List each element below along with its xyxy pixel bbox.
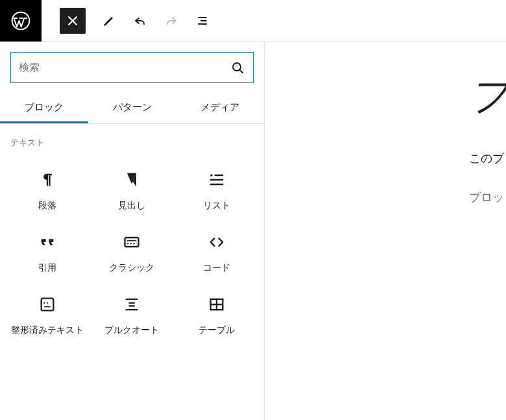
svg-point-5: [43, 303, 45, 304]
inserter-tabs: ブロック パターン メディア: [0, 93, 264, 124]
block-label: クラシック: [109, 262, 154, 273]
search-box[interactable]: [10, 52, 254, 83]
wordpress-logo[interactable]: [0, 0, 42, 42]
top-toolbar: [0, 0, 506, 42]
search-icon: [230, 60, 245, 75]
block-label: リスト: [203, 199, 230, 211]
classic-icon: [123, 233, 141, 251]
block-label: 見出し: [118, 199, 145, 211]
block-label: テーブル: [199, 324, 235, 336]
category-text: テキスト: [0, 124, 264, 154]
document-outline-button[interactable]: [189, 8, 215, 34]
svg-point-1: [233, 63, 241, 71]
block-pullquote[interactable]: プルクオート: [90, 284, 174, 346]
block-paragraph[interactable]: 段落: [5, 159, 90, 221]
svg-point-2: [210, 174, 213, 177]
block-code[interactable]: コード: [175, 221, 259, 284]
block-inserter-panel: ブロック パターン メディア テキスト 段落 見出し リスト 引用: [0, 42, 265, 420]
block-label: 整形済みテキスト: [11, 324, 84, 336]
svg-rect-4: [42, 299, 54, 311]
block-label: 引用: [38, 262, 56, 273]
block-grid: 段落 見出し リスト 引用 クラシック コード: [0, 154, 264, 352]
block-list[interactable]: リスト: [175, 159, 259, 221]
tab-media[interactable]: メディア: [176, 93, 264, 123]
quote-icon: [38, 233, 56, 251]
undo-button[interactable]: [127, 8, 153, 34]
pullquote-icon: [123, 295, 141, 314]
block-heading[interactable]: 見出し: [90, 159, 174, 221]
tab-blocks[interactable]: ブロック: [0, 93, 88, 123]
list-icon: [208, 171, 226, 189]
tab-patterns[interactable]: パターン: [88, 93, 176, 123]
main-area: ブロック パターン メディア テキスト 段落 見出し リスト 引用: [0, 42, 506, 420]
block-label: プルクオート: [104, 324, 159, 336]
heading-icon: [123, 171, 141, 189]
paragraph-icon: [38, 171, 56, 189]
post-paragraph[interactable]: このブ: [469, 151, 506, 166]
block-table[interactable]: テーブル: [175, 284, 259, 346]
editor-canvas[interactable]: ブ このブ ブロッ: [265, 42, 506, 420]
close-inserter-button[interactable]: [60, 8, 86, 34]
svg-rect-3: [125, 238, 139, 247]
block-preformatted[interactable]: 整形済みテキスト: [5, 284, 90, 346]
search-input[interactable]: [19, 62, 230, 73]
edit-tool-button[interactable]: [96, 8, 122, 34]
block-classic[interactable]: クラシック: [90, 221, 174, 284]
block-placeholder[interactable]: ブロッ: [469, 190, 506, 205]
block-label: 段落: [38, 199, 56, 211]
block-quote[interactable]: 引用: [5, 221, 90, 284]
code-icon: [208, 233, 226, 251]
redo-button: [158, 8, 184, 34]
preformatted-icon: [38, 295, 56, 314]
svg-point-6: [47, 303, 48, 304]
post-title[interactable]: ブ: [469, 68, 506, 122]
block-label: コード: [203, 262, 230, 273]
table-icon: [208, 295, 226, 314]
